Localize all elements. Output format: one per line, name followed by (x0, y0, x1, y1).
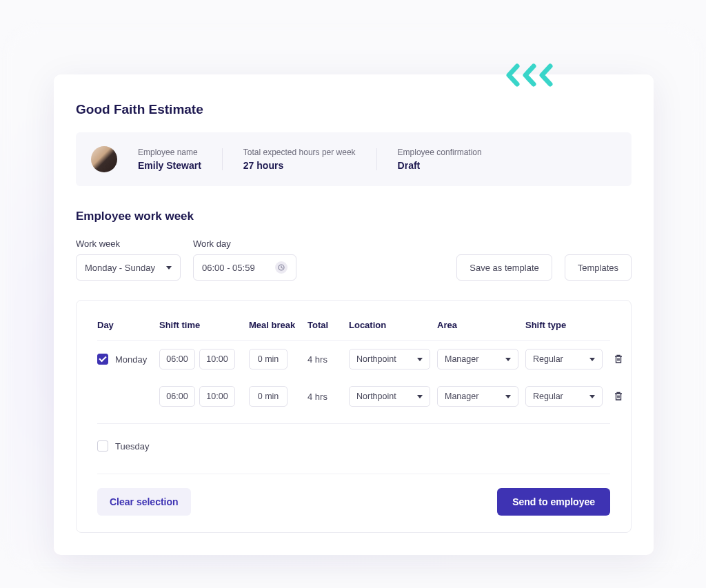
chevron-down-icon (589, 358, 595, 361)
chevron-down-icon (417, 395, 423, 398)
col-shift-time: Shift time (159, 320, 249, 330)
day-label-monday: Monday (115, 354, 147, 365)
col-shift-type: Shift type (525, 320, 608, 330)
avatar (91, 146, 117, 172)
clear-selection-button[interactable]: Clear selection (97, 488, 191, 516)
clock-icon (275, 261, 288, 274)
expected-hours-value: 27 hours (243, 160, 356, 171)
work-day-input[interactable]: 06:00 - 05:59 (193, 254, 296, 281)
section-title: Employee work week (76, 210, 632, 223)
location-select[interactable]: Northpoint (349, 349, 430, 369)
meal-break-input[interactable] (249, 386, 288, 407)
location-select[interactable]: Northpoint (349, 386, 430, 407)
employee-name-label: Employee name (138, 148, 201, 157)
col-total: Total (307, 320, 349, 330)
chevron-down-icon (505, 395, 511, 398)
col-area: Area (437, 320, 525, 330)
shift-row: 4 hrs Northpoint Manager Regular (97, 378, 610, 415)
shift-total: 4 hrs (307, 354, 349, 365)
work-week-label: Work week (76, 239, 181, 249)
col-day: Day (97, 320, 159, 330)
shift-end-input[interactable] (199, 349, 235, 369)
confirmation-block: Employee confirmation Draft (398, 148, 482, 171)
work-week-group: Work week Monday - Sunday (76, 239, 181, 281)
work-day-group: Work day 06:00 - 05:59 (193, 239, 296, 281)
work-day-value: 06:00 - 05:59 (202, 263, 255, 273)
area-select[interactable]: Manager (437, 349, 518, 369)
day-label-tuesday: Tuesday (115, 441, 149, 452)
chevron-down-icon (505, 358, 511, 361)
table-footer: Clear selection Send to employee (97, 474, 610, 516)
chevron-down-icon (417, 358, 423, 361)
col-meal-break: Meal break (249, 320, 307, 330)
col-location: Location (349, 320, 437, 330)
expected-hours-label: Total expected hours per week (243, 148, 356, 157)
decorative-chevrons (503, 63, 558, 87)
day-row-tuesday: Tuesday (97, 432, 610, 460)
day-checkbox-monday[interactable] (97, 354, 108, 365)
send-to-employee-button[interactable]: Send to employee (497, 488, 610, 516)
delete-shift-button[interactable] (608, 391, 629, 402)
row-divider (97, 423, 610, 424)
delete-shift-button[interactable] (608, 354, 629, 365)
schedule-table: Day Shift time Meal break Total Location… (76, 300, 632, 533)
confirmation-label: Employee confirmation (398, 148, 482, 157)
employee-name-value: Emily Stewart (138, 160, 201, 171)
meal-break-input[interactable] (249, 349, 288, 369)
day-checkbox-tuesday[interactable] (97, 440, 108, 452)
chevron-down-icon (166, 266, 172, 270)
save-as-template-button[interactable]: Save as template (456, 254, 552, 281)
shift-start-input[interactable] (159, 349, 195, 369)
work-week-value: Monday - Sunday (85, 263, 155, 273)
shift-type-select[interactable]: Regular (525, 349, 603, 369)
confirmation-value: Draft (398, 160, 482, 171)
area-select[interactable]: Manager (437, 386, 518, 407)
day-cell-monday: Monday (97, 354, 159, 365)
templates-button[interactable]: Templates (565, 254, 632, 281)
expected-hours-block: Total expected hours per week 27 hours (243, 148, 356, 171)
shift-end-input[interactable] (199, 386, 235, 407)
controls-row: Work week Monday - Sunday Work day 06:00… (76, 239, 632, 281)
chevron-down-icon (589, 395, 595, 398)
employee-name-block: Employee name Emily Stewart (138, 148, 201, 171)
table-header-row: Day Shift time Meal break Total Location… (97, 320, 610, 341)
shift-total: 4 hrs (307, 392, 349, 402)
divider (222, 148, 223, 170)
shift-start-input[interactable] (159, 386, 195, 407)
summary-box: Employee name Emily Stewart Total expect… (76, 132, 632, 186)
gfe-card: Good Faith Estimate Employee name Emily … (54, 74, 654, 555)
divider (376, 148, 377, 170)
shift-row: Monday 4 hrs Northpoint Manager Regular (97, 341, 610, 378)
page-title: Good Faith Estimate (76, 102, 632, 117)
work-day-label: Work day (193, 239, 296, 249)
shift-type-select[interactable]: Regular (525, 386, 603, 407)
work-week-select[interactable]: Monday - Sunday (76, 254, 181, 281)
